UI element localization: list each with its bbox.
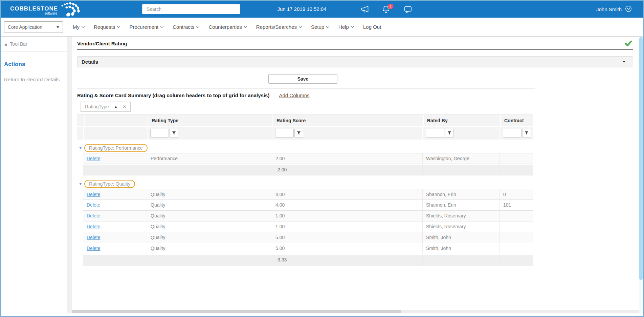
delete-link[interactable]: Delete <box>87 224 100 229</box>
grid-filter-row <box>77 126 533 140</box>
details-panel-header[interactable]: Details <box>77 56 633 67</box>
cell-rating-type: Quality <box>147 211 272 221</box>
vertical-scrollbar-thumb[interactable] <box>639 37 643 280</box>
group-chip: RatingType: Quality <box>84 180 135 188</box>
nav-item-my[interactable]: My <box>73 24 84 30</box>
cell-rated-by: Shields, Rosemary <box>422 221 499 232</box>
nav-item-reports-searches[interactable]: Reports/Searches <box>256 24 302 30</box>
grid-body: RatingType: Performance Delete Performan… <box>77 143 533 266</box>
column-header-rating-type[interactable]: Rating Type <box>148 115 272 126</box>
cell-rating-score: 5.00 <box>272 243 422 254</box>
column-header-rating-score[interactable]: Rating Score <box>272 115 423 126</box>
nav-item-counterparties[interactable]: Counterparties <box>208 24 246 30</box>
cell-contract-id: 101 <box>499 200 532 210</box>
rating-type-filter-input[interactable] <box>150 129 169 138</box>
user-menu[interactable]: John Smith <box>596 5 632 13</box>
application-select[interactable]: Core Application <box>4 21 63 33</box>
actions-heading: Actions <box>1 61 67 68</box>
cell-rating-type: Quality <box>147 232 272 243</box>
chevron-down-icon <box>82 25 85 28</box>
group-by-chip[interactable]: RatingType ▲ ✕ <box>81 102 131 112</box>
grouping-panel: RatingType ▲ ✕ <box>77 102 633 112</box>
table-row: Delete Quality 4.00 Shannon, Erin 101 <box>83 200 533 211</box>
collapse-group-icon[interactable] <box>79 183 82 185</box>
rated-by-filter-input[interactable] <box>426 129 444 138</box>
delete-link[interactable]: Delete <box>87 156 100 161</box>
grid-header-row: Rating Type Rating Score Rated By Contra… <box>77 114 533 126</box>
cell-contract-id: 0 <box>499 189 532 199</box>
nav-item-setup[interactable]: Setup <box>311 24 329 30</box>
details-chevron-icon[interactable] <box>623 61 625 63</box>
remove-group-icon[interactable]: ✕ <box>123 104 126 109</box>
cell-rating-type: Quality <box>147 189 272 199</box>
cell-rating-type: Quality <box>147 243 272 254</box>
messages-chat-icon[interactable] <box>403 5 413 14</box>
user-name: John Smith <box>596 6 622 12</box>
return-to-record-details-link[interactable]: Return to Record Details <box>1 77 67 82</box>
nav-item-procurement[interactable]: Procurement <box>129 24 163 30</box>
delete-link[interactable]: Delete <box>87 235 100 240</box>
chevron-down-icon <box>117 25 120 28</box>
cell-rated-by: Smith, John <box>422 232 499 243</box>
nav-item-help[interactable]: Help <box>338 24 354 30</box>
grid-caption: Rating & Score Card Summary (drag column… <box>77 92 269 98</box>
contract-id-filter-input[interactable] <box>503 129 521 138</box>
cell-rating-score: 4.00 <box>272 200 422 210</box>
column-header-contract-id[interactable]: Contract ID <box>500 115 533 126</box>
top-bar: COBBLESTONE software Jun 17 2 <box>1 1 643 18</box>
cell-rating-score: 1.00 <box>272 211 422 221</box>
rated-by-filter-button[interactable] <box>445 129 454 138</box>
rating-score-filter-input[interactable] <box>275 129 294 138</box>
cell-rating-score: 2.00 <box>272 153 422 164</box>
cell-rated-by: Smith, John <box>422 243 499 254</box>
rating-score-filter-button[interactable] <box>294 129 303 138</box>
delete-link[interactable]: Delete <box>87 246 100 251</box>
group-summary-row: 3.33 <box>83 255 533 266</box>
select-caret-icon <box>57 26 59 28</box>
group-header-row: RatingType: Quality <box>77 179 533 189</box>
chevron-down-icon <box>326 25 330 28</box>
table-row: Delete Quality 5.00 Smith, John <box>83 243 533 254</box>
table-row: Delete Quality 5.00 Smith, John <box>83 232 533 243</box>
cell-rating-type: Quality <box>147 221 272 232</box>
toolbar-collapse-button[interactable]: ◀ Tool Bar <box>1 37 67 51</box>
group-header-row: RatingType: Performance <box>77 143 533 153</box>
cell-rating-score: 1.00 <box>272 221 422 232</box>
horizontal-scrollbar[interactable] <box>72 310 639 313</box>
delete-link[interactable]: Delete <box>87 192 100 197</box>
notifications-bell-icon[interactable]: 1 <box>381 5 391 14</box>
delete-link[interactable]: Delete <box>87 202 100 208</box>
chevron-down-icon <box>244 25 247 28</box>
search-input[interactable] <box>142 4 240 14</box>
chevron-down-icon <box>196 25 200 28</box>
nav-item-contracts[interactable]: Contracts <box>173 24 199 30</box>
logo-pebbles-icon <box>59 2 84 19</box>
user-chevron-circle-icon[interactable] <box>625 5 632 13</box>
page-title: Vendor/Client Rating <box>77 41 127 46</box>
nav-item-log-out[interactable]: Log Out <box>363 24 381 30</box>
header-expander-cell <box>77 115 84 126</box>
sidebar-splitter[interactable] <box>67 37 72 313</box>
contract-id-filter-button[interactable] <box>522 129 531 138</box>
add-columns-link[interactable]: Add Columns <box>279 92 309 98</box>
cell-contract-id <box>499 153 532 164</box>
save-button[interactable]: Save <box>268 74 337 84</box>
vertical-scrollbar[interactable] <box>639 37 643 313</box>
announcements-megaphone-icon[interactable] <box>360 5 370 14</box>
column-header-rated-by[interactable]: Rated By <box>423 115 500 126</box>
table-row: Delete Quality 1.00 Shields, Rosemary <box>83 221 533 232</box>
collapse-group-icon[interactable] <box>79 147 82 149</box>
chevron-down-icon <box>160 25 164 28</box>
section-divider <box>77 88 535 88</box>
delete-link[interactable]: Delete <box>87 213 100 218</box>
group-summary-row: 2.00 <box>83 165 533 175</box>
chevron-down-icon <box>351 25 354 28</box>
horizontal-scrollbar-thumb[interactable] <box>72 310 401 313</box>
nav-item-requests[interactable]: Requests <box>94 24 120 30</box>
cell-contract-id <box>499 232 532 243</box>
left-sidebar: ◀ Tool Bar Actions Return to Record Deta… <box>1 37 67 313</box>
cobblestone-logo: COBBLESTONE software <box>10 2 84 19</box>
cell-rating-score: 4.00 <box>272 189 422 199</box>
sort-asc-icon[interactable]: ▲ <box>114 105 117 108</box>
rating-type-filter-button[interactable] <box>170 129 178 138</box>
